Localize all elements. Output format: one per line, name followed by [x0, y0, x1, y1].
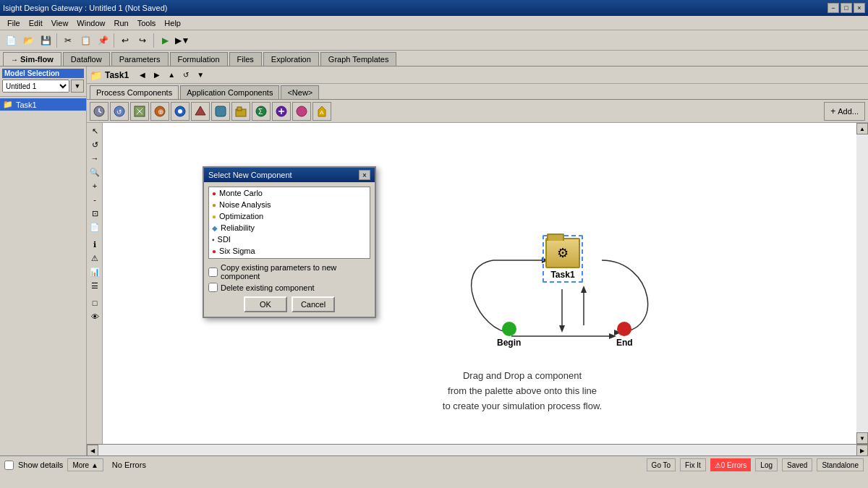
tb-cut[interactable]: ✂: [60, 33, 76, 48]
comp-tab-process[interactable]: Process Components: [90, 85, 179, 99]
model-selection-label: Model Selection: [2, 69, 84, 78]
tool-list[interactable]: ☰: [88, 279, 101, 292]
tb-redo[interactable]: ↪: [135, 33, 150, 48]
model-expand-btn[interactable]: ▼: [71, 80, 84, 93]
pal-btn-9[interactable]: Σ: [252, 102, 271, 121]
tab-graph-templates[interactable]: Graph Templates: [320, 52, 397, 66]
tool-zoomin2[interactable]: +: [88, 179, 101, 192]
no-errors-label: No Errors: [112, 461, 146, 469]
task-back-btn[interactable]: ◀: [136, 69, 149, 82]
tool-info[interactable]: ℹ: [88, 238, 101, 251]
menu-edit[interactable]: Edit: [25, 17, 47, 29]
pal-btn-4[interactable]: ⊕: [150, 102, 169, 121]
delete-existing-checkbox[interactable]: [208, 283, 218, 292]
tool-fit[interactable]: ⊡: [88, 207, 101, 220]
task-up-btn[interactable]: ▲: [165, 69, 178, 82]
scroll-track-v[interactable]: [856, 134, 868, 432]
menu-run[interactable]: Run: [109, 17, 132, 29]
dialog-close-btn[interactable]: ×: [359, 170, 370, 180]
dialog-ok-btn[interactable]: OK: [244, 296, 287, 312]
dialog-item-noise[interactable]: ● Noise Analysis: [209, 199, 370, 210]
dialog-cancel-btn[interactable]: Cancel: [292, 296, 335, 312]
sidebar-item-task1[interactable]: 📁 Task1: [0, 98, 86, 111]
pal-btn-11[interactable]: [292, 102, 311, 121]
dialog-item-sdi[interactable]: ▪ SDI: [209, 234, 370, 245]
task-refresh-btn[interactable]: ↺: [179, 69, 192, 82]
goto-btn[interactable]: Go To: [647, 458, 676, 471]
tab-dataflow[interactable]: Dataflow: [63, 52, 110, 66]
more-btn[interactable]: More ▲: [67, 458, 103, 471]
tool-page[interactable]: 📄: [88, 221, 101, 234]
svg-text:Σ: Σ: [258, 108, 263, 116]
pal-btn-2[interactable]: ↺: [110, 102, 129, 121]
tool-select[interactable]: ↖: [88, 124, 101, 137]
tool-eye[interactable]: 👁: [88, 310, 101, 323]
comp-tab-process-label: Process Components: [96, 88, 172, 97]
pal-btn-5[interactable]: [171, 102, 190, 121]
tool-warn[interactable]: ⚠: [88, 252, 101, 265]
menu-tools[interactable]: Tools: [133, 17, 161, 29]
close-button[interactable]: ×: [854, 3, 865, 13]
pal-btn-8[interactable]: [231, 102, 250, 121]
tool-zoomin[interactable]: 🔍: [88, 166, 101, 179]
tab-formulation[interactable]: Formulation: [170, 52, 228, 66]
tb-copy[interactable]: 📋: [77, 33, 93, 48]
dialog-list[interactable]: ● Monte Carlo ● Noise Analysis ● Optimiz…: [208, 187, 370, 259]
task1-node[interactable]: ⚙ Task1: [542, 235, 583, 283]
tb-paste[interactable]: 📌: [95, 33, 111, 48]
minimize-button[interactable]: −: [827, 3, 839, 13]
tool-arrow[interactable]: →: [88, 152, 101, 165]
scroll-down-btn[interactable]: ▼: [856, 432, 868, 444]
tab-files[interactable]: Files: [229, 52, 262, 66]
scroll-track-h[interactable]: [98, 445, 856, 455]
show-details-label[interactable]: Show details: [18, 461, 63, 469]
show-details-checkbox[interactable]: [4, 461, 14, 470]
comp-tab-new[interactable]: <New>: [281, 85, 319, 99]
model-selection: Model Selection Untitled 1 ▼: [0, 67, 86, 97]
tool-box[interactable]: □: [88, 296, 101, 309]
menu-view[interactable]: View: [47, 17, 73, 29]
comp-tab-application[interactable]: Application Components: [180, 85, 279, 99]
tb-new[interactable]: 📄: [3, 33, 19, 48]
tb-run-more[interactable]: ▶▼: [174, 33, 190, 48]
tool-graph[interactable]: 📊: [88, 265, 101, 278]
dialog-item-optimization[interactable]: ● Optimization: [209, 210, 370, 222]
tool-zoomout[interactable]: -: [88, 193, 101, 206]
dialog-item-montecarlo[interactable]: ● Monte Carlo: [209, 187, 370, 199]
pal-btn-1[interactable]: [90, 102, 109, 121]
model-dropdown[interactable]: Untitled 1: [2, 80, 69, 93]
scroll-right-btn[interactable]: ▶: [856, 445, 868, 456]
maximize-button[interactable]: □: [841, 3, 852, 13]
fixit-btn[interactable]: Fix It: [680, 458, 706, 471]
pal-btn-12[interactable]: A: [312, 102, 331, 121]
menu-window[interactable]: Window: [72, 17, 109, 29]
palette-add-label: Add...: [838, 107, 859, 116]
dialog-item-sixsigma[interactable]: ● Six Sigma: [209, 245, 370, 257]
task-more-btn[interactable]: ▼: [194, 69, 207, 82]
palette-add-btn[interactable]: + Add...: [824, 102, 865, 121]
scroll-left-btn[interactable]: ◀: [87, 445, 98, 456]
dialog-item-reliability[interactable]: ◆ Reliability: [209, 222, 370, 234]
end-node: End: [616, 322, 633, 348]
pal-btn-3[interactable]: [130, 102, 149, 121]
pal-btn-10[interactable]: [272, 102, 291, 121]
sdi-label: SDI: [218, 235, 231, 244]
pal-btn-6[interactable]: [191, 102, 210, 121]
tab-simflow[interactable]: → Sim-flow: [3, 52, 61, 66]
menu-help[interactable]: Help: [160, 17, 185, 29]
task-fwd-btn[interactable]: ▶: [150, 69, 163, 82]
dialog-item-taguchi[interactable]: ● Taguchi Ro...: [209, 257, 370, 259]
pal-btn-7[interactable]: [211, 102, 230, 121]
scroll-up-btn[interactable]: ▲: [856, 123, 868, 134]
tb-run[interactable]: ▶: [157, 33, 173, 48]
tb-save[interactable]: 💾: [38, 33, 54, 48]
tb-open[interactable]: 📂: [20, 33, 36, 48]
tab-exploration[interactable]: Exploration: [263, 52, 319, 66]
tab-parameters[interactable]: Parameters: [111, 52, 169, 66]
noise-label: Noise Analysis: [219, 200, 271, 209]
tb-undo[interactable]: ↩: [117, 33, 133, 48]
log-btn[interactable]: Log: [755, 458, 778, 471]
menu-file[interactable]: File: [3, 17, 25, 29]
tool-rotate[interactable]: ↺: [88, 138, 101, 151]
copy-params-checkbox[interactable]: [208, 267, 218, 277]
